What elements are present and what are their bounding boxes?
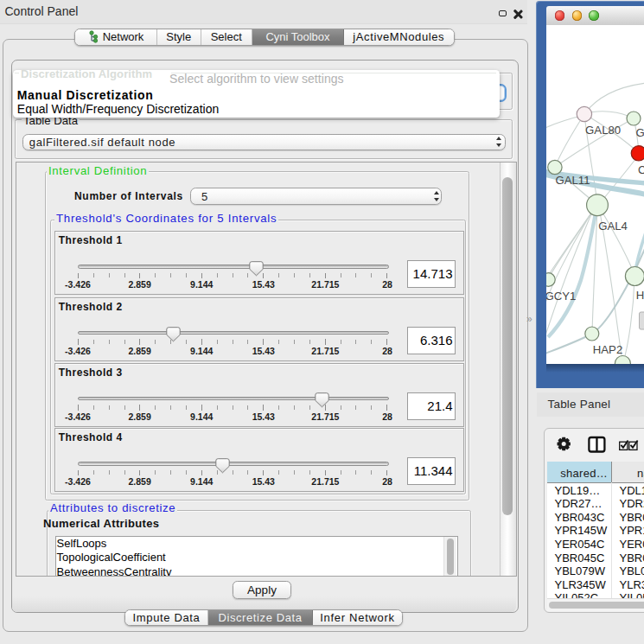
svg-text:GCY1: GCY1 [546, 290, 576, 303]
svg-text:H: H [635, 289, 644, 302]
svg-text:GA: GA [635, 126, 644, 139]
svg-text:GAL11: GAL11 [555, 174, 590, 187]
svg-text:C: C [638, 163, 644, 176]
svg-text:GAL80: GAL80 [585, 124, 621, 137]
svg-text:HAP2: HAP2 [592, 343, 622, 356]
svg-text:GAL4: GAL4 [598, 220, 628, 233]
